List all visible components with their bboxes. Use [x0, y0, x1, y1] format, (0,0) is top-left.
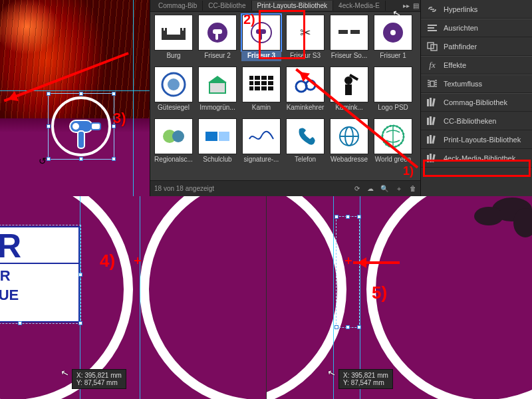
ellipse-frame[interactable] — [51, 96, 111, 156]
annotation-step-5: 5) — [372, 283, 387, 303]
library-asset[interactable]: Burg — [153, 15, 194, 64]
panel-button-library[interactable]: Commag-Bibliothek — [421, 93, 532, 112]
guide-horizontal — [0, 90, 150, 91]
svg-point-20 — [390, 30, 396, 35]
library-asset[interactable]: Schulclub — [197, 118, 238, 168]
asset-label: Friseur 3 — [241, 51, 281, 61]
library-asset[interactable]: Friseur So... — [329, 15, 370, 64]
selection-handle[interactable] — [79, 92, 83, 96]
selection-handle[interactable] — [78, 321, 82, 325]
annotation-step-4: 4) — [100, 251, 115, 271]
asset-thumbnail — [330, 66, 368, 102]
cc-libraries-panel[interactable]: Commag-Bib CC-Bibliothe Print-Layouts-Bi… — [150, 0, 420, 196]
library-asset[interactable]: Kamin — [241, 66, 282, 116]
panel-button-hyperlinks[interactable]: Hyperlinks — [421, 0, 532, 19]
asset-label: Webadresse — [329, 154, 369, 165]
selection-handle[interactable] — [47, 124, 51, 128]
panel-label: Hyperlinks — [444, 5, 477, 13]
svg-rect-6 — [167, 35, 180, 40]
library-asset[interactable]: Kamink... — [329, 66, 370, 116]
canvas-view-step5[interactable]: 5) ↖ X: 395,821 mm Y: 87,547 mm — [266, 196, 532, 399]
trash-icon[interactable]: 🗑 — [410, 185, 416, 192]
svg-rect-5 — [180, 31, 186, 40]
panel-collapse-icon[interactable]: ▸▸ — [402, 2, 411, 9]
library-tab[interactable]: 4eck-Media-E — [333, 1, 386, 11]
cloud-icon[interactable]: ☁ — [367, 185, 374, 192]
panel-button-align[interactable]: Ausrichten — [421, 19, 532, 37]
selection-handle[interactable] — [78, 273, 82, 277]
panel-button-library[interactable]: CC-Bibliotheken — [421, 112, 532, 130]
selection-handle[interactable] — [112, 92, 116, 96]
svg-rect-62 — [430, 98, 432, 106]
svg-rect-69 — [432, 135, 435, 143]
svg-rect-12 — [213, 29, 222, 34]
search-icon[interactable]: 🔍 — [380, 185, 388, 192]
selection-handle[interactable] — [47, 157, 51, 161]
add-icon[interactable]: ＋ — [396, 185, 402, 192]
svg-marker-24 — [208, 76, 227, 82]
selection-frame[interactable] — [0, 225, 81, 324]
svg-rect-1 — [91, 123, 100, 130]
asset-thumbnail — [374, 66, 412, 102]
panel-button-textwrap[interactable]: Textumfluss — [421, 74, 532, 93]
library-asset[interactable]: Friseur 2 — [197, 15, 238, 64]
svg-rect-30 — [267, 76, 268, 90]
canvas-view-step4[interactable]: AIR EPAIR ASQUE 4) ↖ X: 395,821 mm Y: 87… — [0, 196, 266, 399]
asset-label: Burg — [154, 51, 194, 61]
selection-handle[interactable] — [79, 157, 83, 161]
selection-handle[interactable] — [47, 92, 51, 96]
svg-rect-64 — [427, 118, 429, 125]
selection-handle[interactable] — [112, 157, 116, 161]
asset-label: Kaminkehrer — [285, 102, 325, 113]
library-asset-grid: BurgFriseur 2Friseur 3✂Friseur S3Friseur… — [150, 12, 420, 170]
canvas-document-area[interactable]: 3) ↺ — [0, 0, 150, 196]
panel-button-library-highlighted[interactable]: Print-Layouts-Bibliothek — [421, 130, 532, 149]
selection-handle[interactable] — [346, 325, 350, 329]
asset-thumbnail — [154, 118, 193, 154]
svg-rect-2 — [78, 131, 84, 148]
panel-button-effects[interactable]: fx Effekte — [421, 56, 532, 74]
svg-rect-28 — [253, 76, 255, 90]
svg-rect-47 — [428, 25, 437, 26]
asset-label: Friseur So... — [329, 51, 369, 61]
library-books-icon — [426, 134, 438, 145]
selection-handle[interactable] — [357, 325, 361, 329]
svg-point-74 — [474, 207, 503, 225]
sync-icon[interactable]: ⟳ — [354, 185, 360, 192]
svg-rect-68 — [430, 135, 432, 144]
svg-rect-67 — [427, 136, 429, 144]
svg-point-22 — [168, 78, 180, 90]
panel-button-library[interactable]: 4eck-Media-Bibliothek — [421, 149, 532, 168]
selection-handle[interactable] — [357, 215, 361, 219]
selection-frame[interactable] — [48, 93, 114, 160]
svg-rect-61 — [427, 99, 429, 106]
library-tab[interactable]: CC-Bibliothe — [203, 1, 251, 11]
selection-handle[interactable] — [334, 325, 338, 329]
text-wrap-icon — [426, 78, 438, 89]
panel-menu-icon[interactable]: ▤ — [411, 2, 420, 9]
svg-rect-71 — [430, 154, 432, 162]
anchor-point-icon — [345, 257, 352, 264]
selection-handle[interactable] — [18, 321, 22, 325]
selection-handle[interactable] — [346, 215, 350, 219]
svg-rect-70 — [427, 155, 429, 162]
svg-rect-49 — [428, 30, 437, 31]
library-asset[interactable]: Logo PSD — [372, 66, 414, 116]
library-tab[interactable]: Commag-Bib — [153, 1, 203, 11]
library-asset[interactable]: Immogrün... — [197, 66, 238, 116]
library-asset[interactable]: Regionalsc... — [153, 118, 194, 168]
library-tab-active[interactable]: Print-Layouts-Bibliothek — [252, 1, 334, 11]
svg-rect-18 — [350, 30, 360, 34]
library-asset[interactable]: Telefon — [285, 118, 326, 168]
library-asset[interactable]: signature-... — [241, 118, 282, 168]
panel-button-pathfinder[interactable]: Pathfinder — [421, 37, 532, 56]
library-asset[interactable]: Gütesiegel — [153, 66, 194, 116]
library-asset[interactable]: ✂Friseur S3 — [285, 15, 326, 64]
svg-rect-4 — [162, 31, 167, 40]
panel-label: Commag-Bibliothek — [444, 98, 507, 106]
selection-handle[interactable] — [334, 215, 338, 219]
library-asset[interactable]: Frisuer 1 — [372, 15, 414, 64]
asset-label: Regionalsc... — [154, 154, 194, 165]
svg-rect-65 — [430, 116, 432, 125]
selection-frame[interactable] — [336, 216, 360, 328]
